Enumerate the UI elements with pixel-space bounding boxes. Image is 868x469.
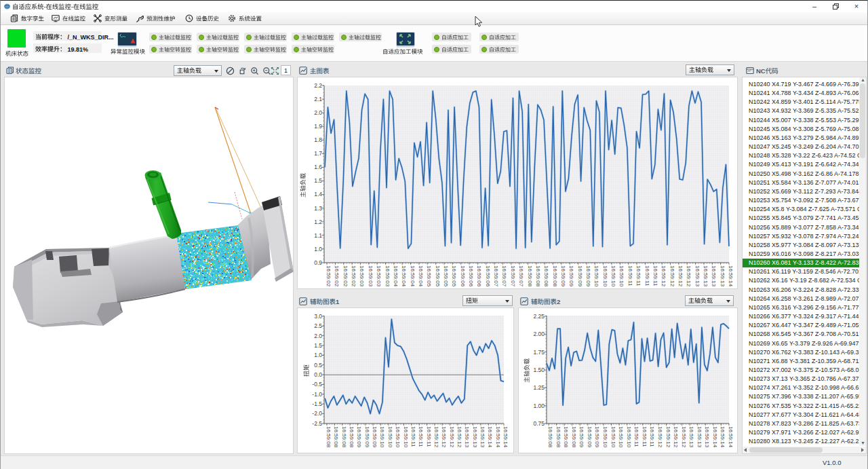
- svg-text:-: -: [71, 3, 73, 10]
- svg-text:19.81%: 19.81%: [66, 46, 88, 53]
- svg-text:1: 1: [336, 298, 340, 305]
- svg-text:2: 2: [557, 298, 560, 305]
- svg-text:-: -: [44, 3, 46, 10]
- svg-text:NC: NC: [756, 67, 766, 75]
- svg-text:/_N_WKS_DIR...: /_N_WKS_DIR...: [66, 34, 114, 41]
